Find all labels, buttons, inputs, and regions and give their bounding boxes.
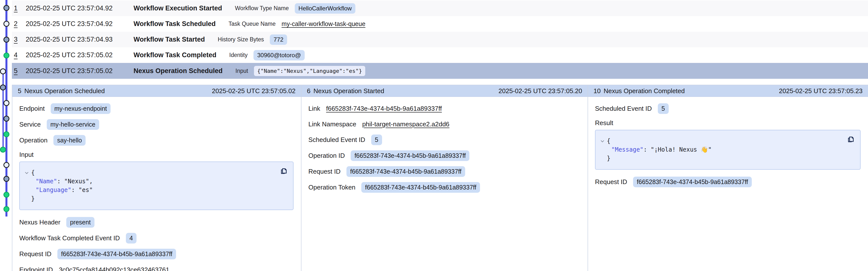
field-link: Link f665283f-743e-4374-b45b-9a61a89337f… — [308, 103, 580, 114]
panel-header: 5 Nexus Operation Scheduled 2025-02-25 U… — [12, 85, 301, 97]
event-name: Workflow Execution Started — [133, 4, 222, 12]
field-nexus-header: Nexus Header present — [19, 217, 293, 228]
event-row-1[interactable]: 1 2025-02-25 UTC 23:57:04.92 Workflow Ex… — [12, 0, 868, 16]
event-row-5-selected[interactable]: 5 2025-02-25 UTC 23:57:05.02 Nexus Opera… — [12, 63, 868, 79]
event-detail-value-badge: HelloCallerWorkflow — [295, 3, 355, 13]
field-label: Request ID — [308, 168, 341, 175]
result-json-viewer: { "Message": "¡Hola! Nexus 👋" } — [595, 130, 861, 170]
panel-event-name: Nexus Operation Scheduled — [24, 87, 104, 95]
json-entry: "Message": "¡Hola! Nexus 👋" — [599, 145, 854, 154]
endpoint-id-link[interactable]: 3c0c75ccfa8144b092c13ce632463761 — [59, 266, 169, 271]
link-namespace-link[interactable]: phil-target-namespace2.a2dd6 — [362, 120, 450, 128]
event-row-2[interactable]: 2 2025-02-25 UTC 23:57:04.92 Workflow Ta… — [12, 16, 868, 32]
field-label: Nexus Header — [19, 218, 60, 226]
event-id-link[interactable]: 5 — [14, 67, 26, 75]
scheduled-event-id-badge: 5 — [658, 103, 669, 114]
event-name: Workflow Task Completed — [133, 51, 216, 59]
wft-completed-event-id-badge: 4 — [126, 233, 137, 244]
timeline-dot-event-11[interactable] — [3, 162, 9, 168]
panel-event-name: Nexus Operation Started — [313, 87, 384, 95]
event-detail-value-badge: 772 — [270, 34, 287, 45]
field-label: Workflow Task Completed Event ID — [19, 234, 120, 242]
panel-event-name: Nexus Operation Completed — [603, 87, 685, 95]
panel-title: 5 Nexus Operation Scheduled — [18, 87, 105, 95]
panel-body: Link f665283f-743e-4374-b45b-9a61a89337f… — [302, 97, 588, 198]
timeline-dot-event-14[interactable] — [3, 206, 9, 212]
request-id-badge: f665283f-743e-4374-b45b-9a61a89337ff — [57, 249, 176, 260]
task-queue-link[interactable]: my-caller-workflow-task-queue — [282, 20, 366, 27]
result-label: Result — [595, 119, 855, 127]
request-id-badge: f665283f-743e-4374-b45b-9a61a89337ff — [346, 166, 465, 177]
event-detail-label: Identity — [229, 52, 248, 58]
json-close-brace: } — [24, 194, 287, 203]
panel-title: 6 Nexus Operation Started — [307, 87, 384, 95]
timeline-dot-event-8[interactable] — [3, 116, 9, 121]
panel-body: Endpoint my-nexus-endpoint Service my-he… — [12, 97, 301, 271]
chevron-down-icon[interactable] — [599, 138, 606, 144]
field-label: Scheduled Event ID — [308, 136, 365, 144]
panel-body: Scheduled Event ID 5 Result { "Message":… — [588, 97, 868, 192]
panel-event-id: 5 — [18, 87, 21, 95]
timeline-dot-event-9[interactable] — [3, 131, 9, 137]
panel-event-id: 6 — [307, 87, 310, 95]
event-id-link[interactable]: 1 — [14, 4, 26, 12]
timeline-dot-event-3[interactable] — [3, 37, 9, 43]
event-id-link[interactable]: 2 — [14, 20, 26, 28]
event-row-3[interactable]: 3 2025-02-25 UTC 23:57:04.93 Workflow Ta… — [12, 32, 868, 47]
timeline-dot-event-13[interactable] — [3, 192, 9, 198]
request-id-badge: f665283f-743e-4374-b45b-9a61a89337ff — [633, 177, 752, 187]
timeline-main-line — [5, 0, 7, 217]
event-row-4[interactable]: 4 2025-02-25 UTC 23:57:05.02 Workflow Ta… — [12, 47, 868, 63]
event-detail-label: Workflow Type Name — [235, 5, 289, 11]
event-timestamp: 2025-02-25 UTC 23:57:05.02 — [26, 51, 133, 59]
field-service: Service my-hello-service — [19, 119, 293, 130]
panel-title: 10 Nexus Operation Completed — [593, 87, 685, 95]
link-value-link[interactable]: f665283f-743e-4374-b45b-9a61a89337ff — [326, 105, 442, 112]
input-label: Input — [19, 151, 288, 159]
panel-event-id: 10 — [593, 87, 601, 95]
operation-id-badge: f665283f-743e-4374-b45b-9a61a89337ff — [351, 151, 469, 161]
field-endpoint: Endpoint my-nexus-endpoint — [19, 103, 293, 114]
json-close-brace: } — [599, 154, 854, 163]
endpoint-badge: my-nexus-endpoint — [51, 103, 111, 114]
field-scheduled-event-id: Scheduled Event ID 5 — [595, 103, 861, 114]
timeline-dot-event-5[interactable] — [0, 69, 6, 74]
field-label: Request ID — [19, 250, 52, 258]
event-detail-label: Task Queue Name — [228, 21, 276, 27]
event-timeline-rail — [0, 0, 12, 271]
event-id-link[interactable]: 3 — [14, 36, 26, 43]
panel-nexus-operation-scheduled: 5 Nexus Operation Scheduled 2025-02-25 U… — [12, 85, 301, 271]
event-input-json-badge: {"Name":"Nexus","Language":"es"} — [254, 66, 365, 76]
event-timestamp: 2025-02-25 UTC 23:57:04.92 — [26, 4, 133, 12]
event-id-link[interactable]: 4 — [14, 51, 26, 59]
timeline-dot-event-6[interactable] — [0, 84, 6, 90]
timeline-dot-event-7[interactable] — [3, 100, 9, 106]
timeline-dot-event-2[interactable] — [3, 21, 9, 27]
event-detail-panels: 5 Nexus Operation Scheduled 2025-02-25 U… — [12, 85, 868, 271]
copy-icon[interactable] — [279, 166, 288, 175]
timeline-dot-event-10[interactable] — [0, 147, 6, 153]
panel-nexus-operation-completed: 10 Nexus Operation Completed 2025-02-25 … — [588, 85, 868, 271]
field-scheduled-event-id: Scheduled Event ID 5 — [308, 135, 580, 145]
event-timestamp: 2025-02-25 UTC 23:57:05.02 — [26, 67, 133, 75]
field-label: Request ID — [595, 178, 627, 186]
field-label: Link Namespace — [308, 120, 356, 128]
workflow-history-view: 1 2025-02-25 UTC 23:57:04.92 Workflow Ex… — [0, 0, 868, 271]
event-detail-label: History Size Bytes — [218, 36, 264, 43]
field-request-id: Request ID f665283f-743e-4374-b45b-9a61a… — [308, 166, 580, 177]
field-label: Scheduled Event ID — [595, 105, 652, 112]
timeline-dot-event-4[interactable] — [3, 53, 9, 58]
timeline-dot-event-12[interactable] — [3, 176, 9, 182]
operation-badge: say-hello — [54, 135, 86, 146]
field-label: Operation Token — [308, 184, 355, 191]
panel-nexus-operation-started: 6 Nexus Operation Started 2025-02-25 UTC… — [301, 85, 588, 271]
field-label: Operation ID — [308, 152, 345, 160]
chevron-down-icon[interactable] — [24, 170, 30, 176]
event-name: Workflow Task Started — [133, 36, 205, 43]
panel-timestamp: 2025-02-25 UTC 23:57:05.23 — [779, 87, 863, 95]
copy-icon[interactable] — [846, 135, 855, 144]
timeline-dot-event-1[interactable] — [3, 5, 9, 11]
event-name: Nexus Operation Scheduled — [133, 67, 223, 75]
json-open-brace: { — [31, 168, 35, 177]
service-badge: my-hello-service — [47, 119, 99, 130]
